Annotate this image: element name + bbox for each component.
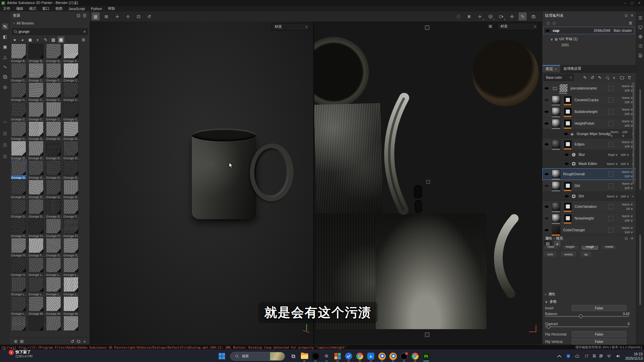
asset-item[interactable]: Grunge D... bbox=[46, 180, 61, 199]
asset-thumbnail[interactable] bbox=[63, 141, 78, 156]
asset-item[interactable]: Grunge Fi... bbox=[29, 219, 44, 238]
viewport-3d[interactable]: 材质 ∨ bbox=[90, 21, 313, 344]
display-settings-icon[interactable]: ▤ bbox=[2, 130, 8, 136]
layer-mask-thumbnail[interactable] bbox=[564, 214, 572, 222]
layer-effect-row-Blur[interactable]: SBlurRepl ∨100 ∨× bbox=[542, 150, 636, 159]
screenshot-icon[interactable] bbox=[529, 12, 537, 20]
asset-thumbnail[interactable] bbox=[11, 257, 26, 273]
asset-thumbnail[interactable] bbox=[46, 316, 61, 331]
asset-thumbnail[interactable] bbox=[11, 238, 26, 253]
minimize-button[interactable]: ─ bbox=[624, 1, 626, 5]
add-group-icon[interactable] bbox=[619, 74, 625, 80]
asset-item[interactable]: Grunge F... bbox=[29, 238, 44, 257]
tray-expand-icon[interactable] bbox=[556, 353, 562, 359]
asset-thumbnail[interactable] bbox=[63, 102, 78, 117]
effect-opacity[interactable]: 100 ∨ bbox=[621, 194, 629, 198]
asset-thumbnail[interactable] bbox=[11, 44, 26, 59]
asset-thumbnail[interactable] bbox=[63, 316, 78, 331]
asset-item[interactable]: Grunge H... bbox=[11, 257, 26, 277]
layer-thumbnail[interactable] bbox=[552, 181, 560, 190]
chrome-icon[interactable] bbox=[354, 351, 365, 362]
channel-chip-rough[interactable]: rough bbox=[582, 246, 597, 249]
visibility-on-icon[interactable] bbox=[562, 194, 571, 198]
asset-thumbnail[interactable] bbox=[63, 63, 78, 78]
channel-chip-metal[interactable]: metal bbox=[602, 246, 617, 249]
layer-blend-mode[interactable]: Norm ∨ bbox=[622, 170, 633, 174]
asset-thumbnail[interactable] bbox=[46, 180, 61, 195]
asset-item[interactable]: Grunge F... bbox=[63, 199, 79, 219]
udim-tile-marker-top[interactable] bbox=[425, 25, 429, 30]
panel-scrollbar-2[interactable] bbox=[639, 235, 641, 305]
asset-item[interactable] bbox=[11, 316, 26, 335]
asset-thumbnail[interactable] bbox=[46, 277, 61, 292]
asset-item[interactable]: Grunge D... bbox=[29, 121, 44, 141]
search-app-icon[interactable] bbox=[321, 351, 332, 362]
shader-settings-panel-icon[interactable] bbox=[637, 34, 643, 40]
chrome-2-icon[interactable] bbox=[410, 351, 421, 362]
visibility-on-icon[interactable] bbox=[542, 228, 550, 232]
asset-thumbnail[interactable] bbox=[63, 257, 78, 273]
asset-thumbnail[interactable] bbox=[29, 257, 44, 273]
ime-pinyin-indicator[interactable]: 拼 bbox=[599, 354, 603, 359]
visibility-on-icon[interactable] bbox=[543, 29, 551, 33]
layer-blend-mode[interactable]: Norm ∨ bbox=[622, 119, 633, 123]
asset-thumbnail[interactable] bbox=[46, 102, 61, 117]
filter-visibility-2-icon[interactable]: ◎ bbox=[551, 20, 557, 26]
udim-row[interactable]: 1001 bbox=[542, 42, 636, 48]
display-settings-panel-icon[interactable] bbox=[637, 24, 643, 30]
asset-item[interactable]: Grunge C... bbox=[63, 102, 79, 121]
maximize-button[interactable]: ▢ bbox=[631, 1, 634, 5]
visibility-on-icon[interactable] bbox=[562, 153, 571, 157]
asset-item[interactable]: Grunge C... bbox=[46, 63, 61, 82]
layer-mask-thumbnail[interactable] bbox=[564, 96, 572, 104]
asset-thumbnail[interactable] bbox=[29, 296, 44, 311]
asset-thumbnail[interactable] bbox=[46, 238, 61, 253]
material-picker-tool-icon[interactable]: ◎ bbox=[2, 84, 8, 90]
asset-thumbnail[interactable] bbox=[11, 316, 26, 331]
shelf-list-view-icon[interactable]: ≣ bbox=[13, 338, 19, 344]
layer-row-CeramicCracks[interactable]: CeramicCracksNorm ∨100 ∨ bbox=[542, 94, 636, 106]
projection-tool-icon[interactable]: ▣ bbox=[2, 44, 8, 50]
layer-blend-mode[interactable]: Norm ∨ bbox=[622, 226, 633, 230]
viewer-settings-icon[interactable]: ▭ bbox=[2, 119, 8, 125]
asset-item[interactable]: Grunge C... bbox=[46, 82, 61, 102]
filter-materials-icon[interactable]: ● bbox=[11, 36, 18, 43]
layer-opacity[interactable]: 100 ∨ bbox=[625, 112, 633, 116]
visibility-on-icon[interactable] bbox=[542, 172, 550, 176]
channel-chip-height[interactable]: height bbox=[562, 246, 578, 249]
asset-item[interactable]: Grunge C... bbox=[29, 102, 44, 121]
dock-panel-icon[interactable]: ⊡ bbox=[625, 236, 628, 241]
layer-row-porcelainceramic[interactable]: porcelainceramicNorm ∨100 ∨ bbox=[542, 82, 636, 94]
layer-thumbnail[interactable] bbox=[552, 96, 560, 104]
camera-view-icon[interactable]: ∨ bbox=[497, 12, 505, 20]
effect-opacity[interactable]: 100 ∨ bbox=[622, 130, 629, 137]
menu-视图[interactable]: 视图 bbox=[52, 6, 65, 11]
asset-item[interactable]: Grunge L... bbox=[63, 257, 79, 277]
asset-thumbnail[interactable] bbox=[29, 160, 44, 175]
panel-options-icon[interactable]: ☰ bbox=[637, 15, 643, 21]
asset-item[interactable]: Grunge D... bbox=[11, 160, 26, 180]
layer-thumbnail[interactable] bbox=[552, 226, 560, 234]
asset-item[interactable]: Grunge D... bbox=[46, 141, 61, 160]
layers-scrollbar[interactable] bbox=[633, 83, 634, 184]
asset-thumbnail[interactable] bbox=[46, 121, 61, 136]
asset-item[interactable]: Grunge M... bbox=[46, 296, 61, 316]
asset-item[interactable]: Grunge L... bbox=[63, 277, 79, 296]
asset-thumbnail[interactable] bbox=[11, 199, 26, 214]
asset-thumbnail[interactable] bbox=[46, 63, 61, 78]
visibility-on-icon[interactable] bbox=[562, 132, 570, 136]
tab-texture-set-settings[interactable]: 纹理集设置 bbox=[560, 65, 585, 72]
close-panel-icon[interactable]: ✕ bbox=[631, 13, 634, 18]
asset-item[interactable]: Grunge B... bbox=[11, 44, 26, 63]
close-panel-icon[interactable]: ✕ bbox=[631, 236, 634, 241]
asset-item[interactable]: Grunge D... bbox=[63, 160, 79, 180]
dock-panel-icon[interactable]: ⊡ bbox=[625, 13, 628, 18]
filter-textures-icon[interactable]: ▦ bbox=[58, 36, 64, 43]
filter-procedurals-icon[interactable]: ▩ bbox=[50, 36, 57, 43]
menu-帮助[interactable]: 帮助 bbox=[105, 6, 118, 11]
effect-blend-mode[interactable]: Norm ∨ bbox=[607, 194, 618, 198]
asset-thumbnail[interactable] bbox=[11, 180, 26, 195]
channel-chip-color[interactable]: color bbox=[544, 246, 558, 249]
asset-thumbnail[interactable] bbox=[29, 238, 44, 253]
asset-thumbnail[interactable] bbox=[29, 316, 44, 331]
